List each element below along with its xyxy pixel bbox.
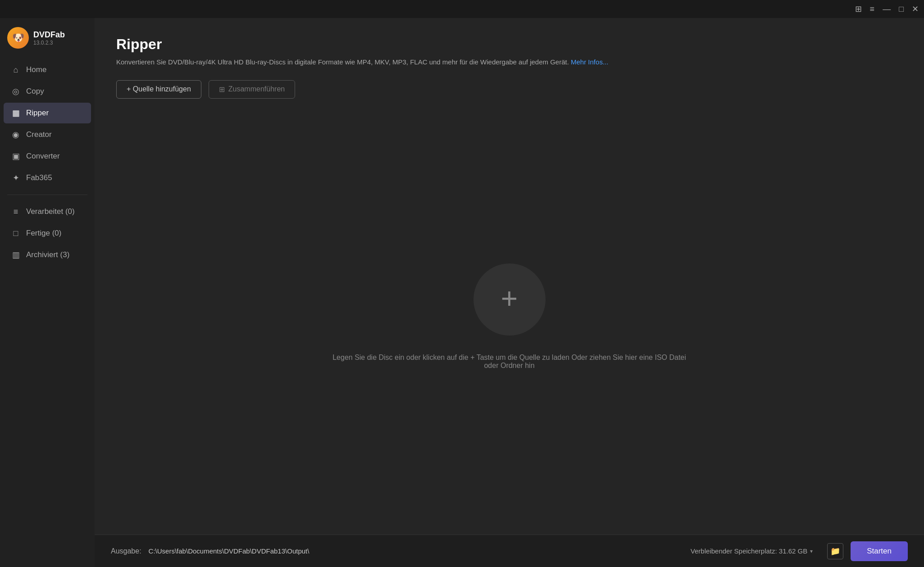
- sidebar-item-fab365[interactable]: ✦ Fab365: [4, 168, 91, 188]
- creator-icon: ◉: [11, 130, 21, 140]
- page-description: Konvertieren Sie DVD/Blu-ray/4K Ultra HD…: [116, 57, 902, 68]
- start-button[interactable]: Starten: [851, 541, 908, 561]
- page-title: Ripper: [116, 36, 902, 53]
- sidebar-item-archiviert[interactable]: ▥ Archiviert (3): [4, 245, 91, 265]
- minimize-btn[interactable]: —: [883, 5, 891, 13]
- sidebar-label-verarbeitet: Verarbeitet (0): [26, 207, 75, 216]
- sidebar-label-creator: Creator: [26, 130, 52, 139]
- grid-icon-btn[interactable]: ⊞: [855, 5, 862, 13]
- toolbar: + Quelle hinzufügen ⊞ Zusammenführen: [116, 80, 902, 99]
- close-btn[interactable]: ✕: [912, 5, 919, 13]
- sidebar-divider: [7, 195, 87, 195]
- app-version: 13.0.2.3: [33, 40, 65, 46]
- bottom-bar: Ausgabe: C:\Users\fab\Documents\DVDFab\D…: [95, 535, 924, 567]
- storage-info: Verbleibender Speicherplatz: 31.62 GB ▾: [691, 547, 813, 555]
- sidebar-item-creator[interactable]: ◉ Creator: [4, 124, 91, 145]
- sidebar-item-copy[interactable]: ◎ Copy: [4, 81, 91, 102]
- app-layout: 🐶 DVDFab 13.0.2.3 ⌂ Home ◎ Copy ▦ Ripper…: [0, 18, 924, 567]
- sidebar-label-home: Home: [26, 65, 46, 74]
- sidebar: 🐶 DVDFab 13.0.2.3 ⌂ Home ◎ Copy ▦ Ripper…: [0, 18, 95, 567]
- add-source-circle[interactable]: +: [473, 263, 546, 336]
- drop-hint-text: Legen Sie die Disc ein oder klicken auf …: [329, 354, 690, 370]
- sidebar-nav: ⌂ Home ◎ Copy ▦ Ripper ◉ Creator ▣ Conve…: [0, 59, 95, 188]
- sidebar-item-ripper[interactable]: ▦ Ripper: [4, 103, 91, 123]
- add-source-button[interactable]: + Quelle hinzufügen: [116, 80, 201, 99]
- home-icon: ⌂: [11, 65, 21, 75]
- main-content: Ripper Konvertieren Sie DVD/Blu-ray/4K U…: [95, 18, 924, 567]
- plus-icon: +: [501, 284, 518, 313]
- storage-chevron-icon[interactable]: ▾: [810, 548, 813, 554]
- maximize-btn[interactable]: □: [899, 5, 904, 13]
- merge-button[interactable]: ⊞ Zusammenführen: [209, 80, 295, 99]
- sidebar-bottom: ≡ Verarbeitet (0) □ Fertige (0) ▥ Archiv…: [0, 201, 95, 265]
- sidebar-item-home[interactable]: ⌂ Home: [4, 59, 91, 80]
- folder-button[interactable]: 📁: [827, 543, 843, 559]
- title-bar: ⊞ ≡ — □ ✕: [0, 0, 924, 18]
- drop-zone[interactable]: + Legen Sie die Disc ein oder klicken au…: [116, 108, 902, 526]
- more-info-link[interactable]: Mehr Infos...: [571, 58, 608, 66]
- merge-icon: ⊞: [219, 85, 225, 94]
- menu-icon-btn[interactable]: ≡: [870, 5, 875, 13]
- verarbeitet-icon: ≡: [11, 207, 21, 217]
- sidebar-label-fertige: Fertige (0): [26, 229, 61, 238]
- logo-text: DVDFab 13.0.2.3: [33, 30, 65, 46]
- ripper-icon: ▦: [11, 108, 21, 118]
- converter-icon: ▣: [11, 151, 21, 161]
- app-logo-icon: 🐶: [7, 27, 29, 49]
- fertige-icon: □: [11, 228, 21, 238]
- copy-icon: ◎: [11, 86, 21, 96]
- sidebar-label-ripper: Ripper: [26, 109, 49, 118]
- content-area: Ripper Konvertieren Sie DVD/Blu-ray/4K U…: [95, 18, 924, 535]
- output-label: Ausgabe:: [111, 547, 141, 555]
- archiviert-icon: ▥: [11, 250, 21, 260]
- fab365-icon: ✦: [11, 173, 21, 183]
- sidebar-label-converter: Converter: [26, 152, 60, 161]
- sidebar-logo: 🐶 DVDFab 13.0.2.3: [0, 18, 95, 59]
- output-path: C:\Users\fab\Documents\DVDFab\DVDFab13\O…: [149, 547, 683, 555]
- folder-icon: 📁: [830, 546, 840, 556]
- sidebar-label-archiviert: Archiviert (3): [26, 250, 69, 259]
- sidebar-label-fab365: Fab365: [26, 173, 52, 182]
- sidebar-item-fertige[interactable]: □ Fertige (0): [4, 223, 91, 244]
- sidebar-label-copy: Copy: [26, 87, 44, 96]
- sidebar-item-verarbeitet[interactable]: ≡ Verarbeitet (0): [4, 201, 91, 222]
- sidebar-item-converter[interactable]: ▣ Converter: [4, 146, 91, 167]
- storage-text: Verbleibender Speicherplatz: 31.62 GB: [691, 547, 807, 555]
- app-name: DVDFab: [33, 30, 65, 40]
